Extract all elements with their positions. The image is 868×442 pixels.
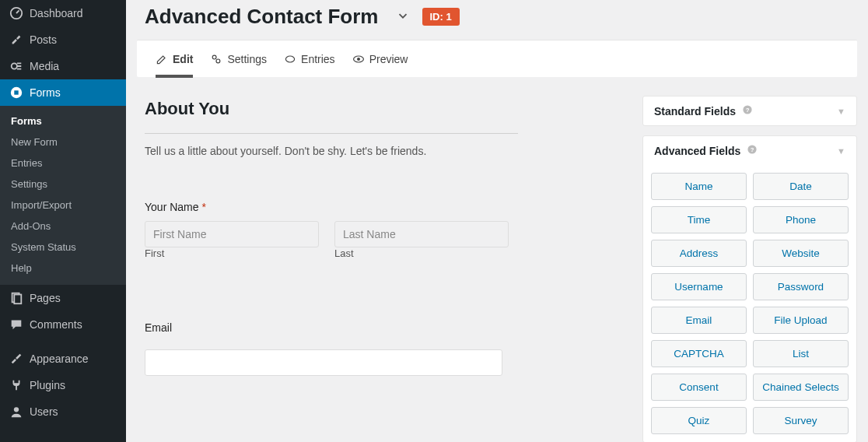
last-name-input[interactable] [334, 221, 509, 247]
preview-icon [352, 53, 365, 65]
tab-edit[interactable]: Edit [156, 41, 193, 78]
field-button-survey[interactable]: Survey [753, 407, 849, 434]
first-name-input[interactable] [145, 221, 319, 247]
field-button-quiz[interactable]: Quiz [651, 407, 747, 434]
sidebar-label: Plugins [30, 379, 65, 391]
last-sublabel: Last [334, 247, 509, 259]
svg-rect-3 [14, 90, 18, 94]
sidebar-label: Pages [30, 292, 61, 304]
media-icon [9, 59, 23, 73]
section-description: Tell us a little about yourself. Don't b… [145, 145, 608, 157]
panel-advanced-fields: Advanced Fields ? ▼ Name Date Time Phone… [642, 135, 857, 442]
field-button-address[interactable]: Address [651, 240, 747, 267]
field-button-list[interactable]: List [753, 340, 849, 367]
tab-label: Entries [301, 53, 335, 65]
sidebar-label: Comments [30, 318, 82, 331]
caret-down-icon: ▼ [837, 146, 845, 156]
sidebar-sub-help[interactable]: Help [0, 258, 126, 279]
admin-sidebar: Dashboard Posts Media Forms Forms New Fo… [0, 0, 126, 442]
pin-icon [9, 33, 23, 47]
field-button-phone[interactable]: Phone [753, 206, 849, 233]
settings-icon [210, 53, 222, 65]
field-button-time[interactable]: Time [651, 206, 747, 233]
sidebar-item-forms[interactable]: Forms [0, 79, 126, 106]
svg-point-8 [216, 59, 220, 63]
tab-entries[interactable]: Entries [284, 40, 335, 77]
help-icon[interactable]: ? [747, 144, 758, 155]
field-panels: Standard Fields ? ▼ Advanced Fields ? ▼ … [642, 96, 857, 442]
appearance-icon [9, 352, 23, 366]
sidebar-item-users[interactable]: Users [0, 398, 126, 425]
sidebar-label: Posts [30, 33, 57, 46]
help-icon[interactable]: ? [742, 104, 753, 115]
caret-down-icon: ▼ [837, 107, 845, 116]
sidebar-item-comments[interactable]: Comments [0, 311, 126, 338]
id-badge: ID: 1 [422, 8, 460, 26]
svg-point-1 [12, 63, 17, 68]
page-title: Advanced Contact Form [145, 5, 379, 29]
sidebar-item-appearance[interactable]: Appearance [0, 346, 126, 372]
sidebar-label: Media [30, 60, 59, 72]
divider [145, 133, 518, 134]
sidebar-sub-system-status[interactable]: System Status [0, 237, 126, 258]
chevron-down-icon[interactable] [396, 9, 410, 26]
plugins-icon [9, 378, 23, 392]
required-asterisk: * [201, 201, 205, 213]
sidebar-item-plugins[interactable]: Plugins [0, 372, 126, 398]
sidebar-label: Users [30, 405, 58, 418]
field-button-username[interactable]: Username [651, 273, 747, 300]
sidebar-item-media[interactable]: Media [0, 53, 126, 79]
name-row: First Last [145, 221, 608, 259]
email-field-label: Email [145, 321, 608, 334]
tab-label: Preview [369, 53, 408, 65]
field-button-captcha[interactable]: CAPTCHA [651, 340, 747, 367]
panel-standard-fields: Standard Fields ? ▼ [642, 96, 857, 126]
field-button-name[interactable]: Name [651, 173, 747, 200]
svg-point-7 [213, 55, 217, 59]
tab-label: Edit [173, 53, 193, 65]
field-button-date[interactable]: Date [753, 173, 849, 200]
svg-text:?: ? [751, 146, 754, 153]
svg-point-11 [357, 58, 360, 61]
tab-bar: Edit Settings Entries Preview [137, 40, 857, 77]
sidebar-sub-import-export[interactable]: Import/Export [0, 195, 126, 216]
sidebar-sub-forms[interactable]: Forms [0, 110, 126, 132]
sidebar-item-pages[interactable]: Pages [0, 285, 126, 311]
sidebar-item-posts[interactable]: Posts [0, 26, 126, 53]
email-input[interactable] [145, 349, 502, 376]
sidebar-label: Dashboard [30, 7, 83, 19]
svg-rect-5 [14, 295, 21, 304]
forms-icon [9, 86, 23, 100]
field-button-chained-selects[interactable]: Chained Selects [753, 374, 849, 401]
field-button-email[interactable]: Email [651, 307, 747, 334]
sidebar-item-dashboard[interactable]: Dashboard [0, 0, 126, 26]
field-button-password[interactable]: Password [753, 273, 849, 300]
main-area: Advanced Contact Form ID: 1 Edit Setting… [126, 0, 868, 442]
edit-icon [156, 53, 168, 65]
name-field-label: Your Name * [145, 201, 608, 213]
field-button-file-upload[interactable]: File Upload [753, 307, 849, 334]
page-header: Advanced Contact Form ID: 1 [126, 0, 868, 40]
comments-icon [9, 317, 23, 332]
sidebar-label: Forms [30, 86, 61, 99]
sidebar-label: Appearance [30, 353, 89, 365]
field-button-consent[interactable]: Consent [651, 374, 747, 401]
users-icon [9, 405, 23, 419]
advanced-fields-grid: Name Date Time Phone Address Website Use… [643, 165, 856, 442]
sidebar-sub-new-form[interactable]: New Form [0, 132, 126, 153]
section-title: About You [145, 99, 608, 119]
pages-icon [9, 291, 23, 305]
dashboard-icon [9, 6, 23, 20]
svg-point-9 [285, 56, 294, 62]
tab-settings[interactable]: Settings [210, 40, 267, 77]
panel-advanced-header[interactable]: Advanced Fields ? ▼ [643, 136, 856, 165]
form-preview: About You Tell us a little about yoursel… [145, 96, 624, 442]
sidebar-sub-settings[interactable]: Settings [0, 174, 126, 195]
tab-preview[interactable]: Preview [352, 40, 408, 77]
entries-icon [284, 53, 296, 65]
tab-label: Settings [227, 53, 267, 65]
field-button-website[interactable]: Website [753, 240, 849, 267]
sidebar-sub-entries[interactable]: Entries [0, 153, 126, 174]
sidebar-sub-add-ons[interactable]: Add-Ons [0, 216, 126, 237]
panel-standard-header[interactable]: Standard Fields ? ▼ [643, 96, 856, 125]
